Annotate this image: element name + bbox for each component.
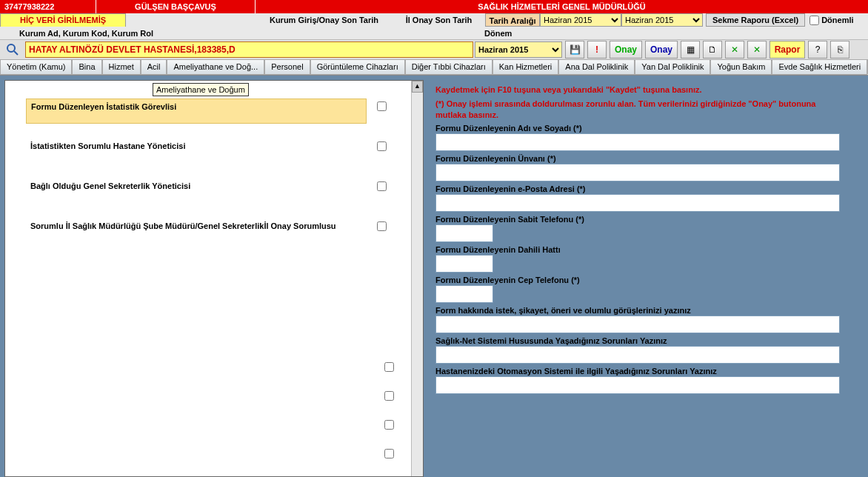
tab-tibbi-cihaz[interactable]: Diğer Tıbbi Cihazları <box>405 59 493 75</box>
export-icon-button[interactable]: ✕ <box>725 41 744 59</box>
label-donem: Dönem <box>255 27 512 39</box>
status-badge: HİÇ VERİ GİRİLMEMİŞ <box>0 13 126 27</box>
onay-green-button[interactable]: Onay <box>610 41 642 59</box>
new-icon-button[interactable]: 🗋 <box>703 41 722 59</box>
role-checkbox[interactable] <box>377 141 387 151</box>
input-unvan[interactable] <box>435 164 840 181</box>
roles-panel: Formu Düzenleyen İstatistik Görevlisi İs… <box>4 80 424 477</box>
role-checkbox[interactable] <box>377 101 387 111</box>
top-dept: SAĞLIK HİZMETLERİ GENEL MÜDÜRLÜĞÜ <box>256 0 868 13</box>
donemli-label: Dönemli <box>821 16 853 24</box>
alert-save: Kaydetmek için F10 tuşuna veya yukarıdak… <box>435 84 844 96</box>
tab-anadal[interactable]: Ana Dal Poliklinik <box>558 59 635 75</box>
role-checkbox[interactable] <box>377 181 387 191</box>
tab-kan[interactable]: Kan Hizmetleri <box>493 59 559 75</box>
export2-icon-button[interactable]: ✕ <box>747 41 767 59</box>
svg-line-1 <box>14 51 18 55</box>
tab-yandal[interactable]: Yan Dal Poliklinik <box>635 59 710 75</box>
tab-goruntuleme[interactable]: Görüntüleme Cihazları <box>310 59 405 75</box>
alert-required: (*) Onay işlemi sırasında doldurulması z… <box>435 99 844 121</box>
role-item[interactable]: Bağlı Olduğu Genel Sekreterlik Yöneticis… <box>26 179 367 204</box>
select-date-from[interactable]: Haziran 2015 <box>540 13 621 27</box>
label-otomasyon: Hastanenizdeki Otomasyon Sistemi ile ilg… <box>435 367 844 376</box>
rapor-button[interactable]: Rapor <box>769 41 805 59</box>
excel-report-button[interactable]: Sekme Raporu (Excel) <box>706 13 805 27</box>
top-id: 37477938222 <box>0 0 96 13</box>
label-eposta: Formu Düzenleyenin e-Posta Adresi (*) <box>435 184 844 193</box>
input-eposta[interactable] <box>435 194 840 212</box>
tab-bina[interactable]: Bina <box>72 59 101 75</box>
tab-personel[interactable]: Personel <box>264 59 310 75</box>
input-cep-tel[interactable] <box>435 285 493 303</box>
extra-checkbox[interactable] <box>384 391 394 401</box>
input-gorus[interactable] <box>435 316 840 333</box>
role-item[interactable]: Sorumlu İl Sağlık Müdürlüğü Şube Müdürü/… <box>26 219 367 244</box>
kurum-search-input[interactable] <box>25 41 473 58</box>
search-icon[interactable] <box>0 42 25 57</box>
svg-point-0 <box>7 44 15 52</box>
label-saglik-net: Sağlık-Net Sistemi Hususunda Yaşadığınız… <box>435 336 844 345</box>
label-dahili: Formu Düzenleyenin Dahili Hattı <box>435 245 844 254</box>
select-date-to[interactable]: Haziran 2015 <box>621 13 703 27</box>
tab-ameliyathane[interactable]: Ameliyathane ve Doğ... <box>167 59 264 75</box>
onay-blue-button[interactable]: Onay <box>645 41 678 59</box>
label-kurum-giris: Kurum Giriş/Onay Son Tarih <box>256 13 393 27</box>
extra-checkbox[interactable] <box>384 449 394 458</box>
role-item[interactable]: İstatistikten Sorumlu Hastane Yöneticisi <box>26 139 367 164</box>
label-unvan: Formu Düzenleyenin Ünvanı (*) <box>435 154 844 163</box>
label-tarih-araligi: Tarih Aralığı <box>485 13 540 27</box>
donem-select[interactable]: Haziran 2015 <box>475 41 562 58</box>
exit-icon-button[interactable]: ⎘ <box>830 41 849 59</box>
tab-yonetim[interactable]: Yönetim (Kamu) <box>0 59 72 75</box>
extra-checkbox[interactable] <box>384 362 394 372</box>
tab-yogun-bakim[interactable]: Yoğun Bakım <box>710 59 772 75</box>
label-il-onay: İl Onay Son Tarih <box>393 13 485 27</box>
save2-icon-button[interactable]: ▦ <box>681 41 700 59</box>
label-cep-tel: Formu Düzenleyenin Cep Telefonu (*) <box>435 276 844 284</box>
label-sabit-tel: Formu Düzenleyenin Sabit Telefonu (*) <box>435 215 844 224</box>
top-user: GÜLŞEN BAŞÇAVUŞ <box>96 0 256 13</box>
input-otomasyon[interactable] <box>435 376 840 394</box>
label-ad-soyad: Formu Düzenleyenin Adı ve Soyadı (*) <box>435 124 844 133</box>
tab-evde-saglik[interactable]: Evde Sağlık Hizmetleri <box>772 59 867 75</box>
label-kurum: Kurum Ad, Kurum Kod, Kurum Rol <box>18 27 255 39</box>
spacer-icon <box>0 27 18 39</box>
save-icon-button[interactable]: 💾 <box>565 41 584 59</box>
tab-bar: Yönetim (Kamu) Bina Hizmet Acil Ameliyat… <box>0 59 868 76</box>
form-panel: Kaydetmek için F10 tuşuna veya yukarıdak… <box>428 80 853 477</box>
input-saglik-net[interactable] <box>435 346 840 364</box>
scroll-up-icon[interactable]: ▲ <box>412 81 423 93</box>
help-icon-button[interactable]: ? <box>808 41 827 59</box>
input-sabit-tel[interactable] <box>435 224 493 242</box>
tab-tooltip: Ameliyathane ve Doğum <box>153 83 249 96</box>
tab-hizmet[interactable]: Hizmet <box>102 59 141 75</box>
role-checkbox[interactable] <box>377 221 387 231</box>
input-dahili[interactable] <box>435 255 493 273</box>
input-ad-soyad[interactable] <box>435 133 840 151</box>
tab-acil[interactable]: Acil <box>141 59 167 75</box>
alert-icon-button[interactable]: ! <box>587 41 607 59</box>
extra-checkbox[interactable] <box>384 420 394 430</box>
role-item-selected[interactable]: Formu Düzenleyen İstatistik Görevlisi <box>26 99 367 124</box>
donemli-checkbox[interactable] <box>809 16 819 25</box>
scrollbar[interactable]: ▲ <box>411 81 423 476</box>
label-gorus: Form hakkında istek, şikayet, öneri ve o… <box>435 306 844 315</box>
